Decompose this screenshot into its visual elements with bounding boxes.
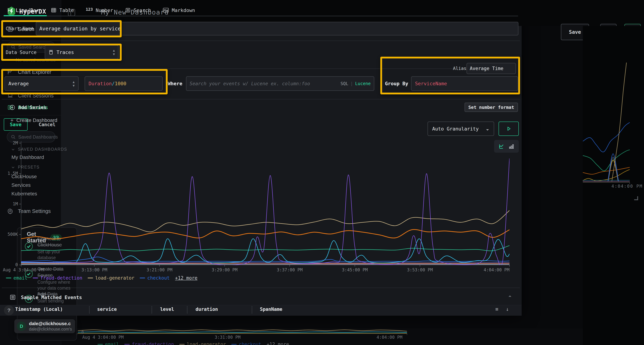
sql-toggle[interactable]: SQL (340, 81, 348, 86)
data-source-label: Data Source (6, 50, 36, 55)
legend-item[interactable]: email (98, 342, 119, 345)
legend-item[interactable]: fraud-detection (124, 342, 174, 345)
laptop-icon (7, 93, 13, 99)
column-header[interactable]: SpanName (260, 307, 282, 311)
help-button[interactable]: ? (4, 305, 14, 315)
chart-editor-modal: Line/Bar Table 123 Number Search (0, 0, 522, 311)
tab-table[interactable]: Table (51, 7, 74, 13)
alias-value: Average Time (470, 66, 504, 71)
legend-item[interactable]: email (6, 275, 27, 281)
aggregation-select[interactable]: Average ▲▼ (4, 76, 78, 91)
chart-series-line (612, 62, 626, 181)
legend-dash-icon (6, 278, 11, 278)
tab-label: Line/Bar (16, 7, 39, 13)
tab-label: Markdown (172, 7, 195, 13)
select-chevrons-icon: ▲▼ (73, 80, 74, 87)
chart-name-value: Average duration by service (39, 26, 121, 32)
add-series-button[interactable]: Add Series (10, 105, 46, 110)
legend-label: checkout (239, 342, 261, 345)
user-email: dale@clickhouse.c (29, 321, 72, 327)
background-x-tick-label: 4:04:00 PM (612, 184, 643, 189)
cancel-button[interactable]: Cancel (36, 121, 59, 128)
where-search-input[interactable] (190, 81, 338, 86)
legend-item[interactable]: checkout (140, 275, 170, 281)
active-tab-indicator (4, 15, 47, 16)
legend-item[interactable]: load-generator (179, 342, 226, 345)
save-button[interactable]: Save (4, 118, 28, 131)
expression-field: Duration (88, 81, 112, 86)
lucene-toggle[interactable]: Lucene (355, 81, 371, 86)
download-icon[interactable]: ↓ (506, 306, 509, 311)
column-header[interactable]: level (160, 307, 174, 311)
group-by-input[interactable]: ServiceName (411, 76, 518, 91)
sidebar-item-client-sessions[interactable]: Client Sessions (0, 90, 61, 101)
number-123-icon: 123 (86, 7, 93, 12)
table-options-icon[interactable]: ≡ (495, 306, 498, 311)
data-source-select[interactable]: Traces ▲▼ (45, 45, 118, 59)
tab-markdown[interactable]: Markdown (163, 7, 195, 13)
where-search-field[interactable]: SQL | Lucene (186, 76, 374, 91)
main-chart[interactable]: 0500K1M1.5M2MAug 4 3:04:00 PM3:13:00 PM3… (0, 136, 522, 279)
column-resize-handle[interactable] (152, 306, 152, 311)
chart-series-line (21, 246, 510, 251)
legend-dash-icon (231, 344, 237, 345)
events-table-header: Timestamp (Local) service level duration… (0, 305, 522, 311)
sidebar-item-chart-explorer[interactable]: Chart Explorer (0, 66, 61, 78)
legend-label: email (105, 342, 119, 345)
chart-series-line (78, 330, 407, 331)
divider (2, 68, 452, 69)
chart-name-label: Chart Name (6, 26, 34, 31)
legend-item[interactable]: fraud-detection (33, 275, 82, 281)
legend-item[interactable]: checkout (231, 342, 261, 345)
chart-series-line (78, 332, 407, 333)
granularity-select[interactable]: Auto Granularity ⌄ (428, 122, 494, 136)
sidebar-item-label: Client Sessions (18, 93, 54, 99)
tab-number[interactable]: 123 Number (86, 7, 113, 13)
user-menu[interactable]: D dale@clickhouse.c dale@clickhouse.com'… (14, 319, 75, 333)
column-resize-handle[interactable] (252, 306, 252, 311)
run-chart-button[interactable] (498, 122, 519, 136)
background-x-tick-label: Aug 4 3:04:00 PM (82, 335, 124, 340)
tab-line-bar[interactable]: Line/Bar (7, 7, 39, 13)
legend-dash-icon (98, 344, 103, 345)
column-header[interactable]: duration (196, 307, 218, 311)
panel-resize-handle-icon[interactable] (634, 196, 638, 200)
chart-series-line (21, 210, 510, 232)
chart-name-input[interactable]: Average duration by service (36, 22, 518, 35)
legend-dash-icon (88, 278, 93, 278)
legend-more-link[interactable]: +12 more (266, 342, 289, 345)
background-legend: emailfraud-detectionload-generatorchecko… (98, 342, 289, 345)
text-caret (121, 25, 122, 32)
app-root: My New Dashboard Save 4:04:00 PM 0 Aug 4… (0, 0, 644, 345)
tab-search[interactable]: Search (125, 7, 151, 13)
sidebar-item-label: Chart Explorer (18, 69, 51, 75)
legend-item[interactable]: load-generator (88, 275, 134, 281)
background-x-tick-label: 4:04:00 PM (376, 335, 402, 340)
column-resize-handle[interactable] (89, 306, 90, 311)
set-number-format-button[interactable]: Set number format (464, 103, 518, 112)
tab-label: Number (96, 7, 113, 13)
chevron-down-icon: ⌄ (486, 126, 490, 132)
legend-more-link[interactable]: +12 more (175, 275, 197, 281)
chart-series-line (583, 150, 630, 171)
expression-number: 1000 (115, 81, 126, 86)
divider (0, 36, 61, 36)
chart-series-line (21, 263, 510, 263)
legend-dash-icon (124, 344, 130, 345)
column-header[interactable]: service (97, 307, 117, 311)
column-resize-handle[interactable] (187, 306, 188, 311)
background-y-zero-label: 0 (82, 330, 84, 335)
expression-input[interactable]: Duration/1000 (84, 76, 162, 91)
divider (2, 40, 520, 41)
alias-input[interactable]: Average Time (466, 63, 516, 74)
divider (2, 99, 520, 99)
chart-series-line (583, 167, 630, 174)
chart-type-toggle[interactable] (494, 140, 519, 153)
tab-label: Table (60, 7, 74, 13)
chart-legend: emailfraud-detectionload-generatorchecko… (6, 275, 198, 281)
select-chevrons-icon: ▲▼ (113, 48, 115, 56)
column-header[interactable]: Timestamp (Local) (15, 307, 63, 311)
sample-events-header[interactable]: Sample Matched Events (10, 294, 82, 301)
collapse-chevron-icon[interactable]: ⌃ (508, 295, 512, 301)
legend-label: checkout (147, 275, 170, 281)
